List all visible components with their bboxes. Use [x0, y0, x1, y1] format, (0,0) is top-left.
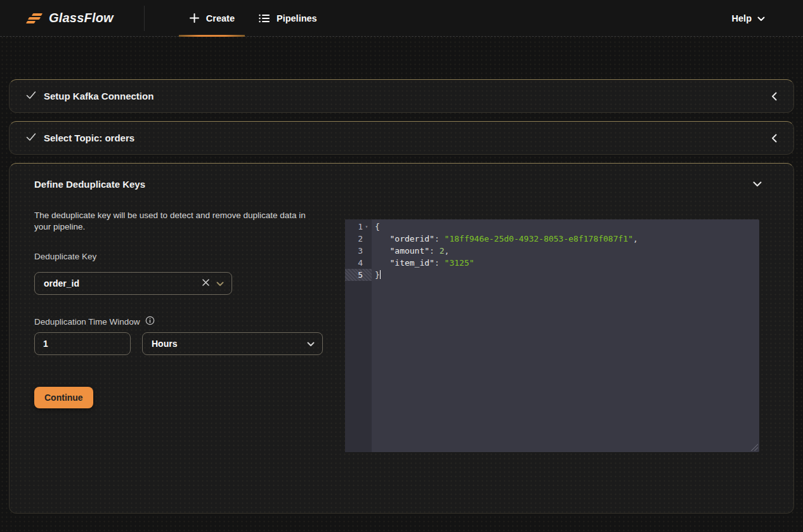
- step-define-dedup-keys: Define Deduplicate Keys The deduplicate …: [9, 163, 794, 514]
- dedup-key-value: order_id: [44, 278, 79, 289]
- main-content: Setup Kafka Connection Select Topic: ord…: [0, 37, 803, 514]
- time-window-unit-select[interactable]: Hours: [142, 332, 323, 355]
- nav-tabs: Create Pipelines: [189, 0, 317, 37]
- chevron-left-icon[interactable]: [771, 92, 777, 101]
- editor-code[interactable]: { "orderid": "18ff946e-25d0-4932-8053-e8…: [372, 219, 759, 452]
- fold-toggle-icon[interactable]: ▾: [363, 221, 370, 233]
- plus-icon: [189, 13, 200, 23]
- dedup-form: The deduplicate key will be used to dete…: [34, 204, 324, 452]
- chevron-down-icon[interactable]: [307, 338, 315, 349]
- glassflow-logo-icon: [27, 13, 43, 24]
- code-line: {: [375, 221, 759, 233]
- step-select-topic[interactable]: Select Topic: orders: [9, 121, 794, 155]
- code-line: "item_id": "3125": [375, 257, 759, 269]
- pipelines-list-icon: [259, 13, 270, 23]
- brand-logo[interactable]: GlassFlow: [27, 11, 114, 25]
- step-topic-title: Select Topic: orders: [44, 133, 134, 143]
- check-icon: [26, 91, 36, 102]
- time-window-row: Hours: [34, 332, 324, 355]
- chevron-down-icon[interactable]: [753, 181, 762, 187]
- time-window-label: Deduplication Time Window: [34, 317, 140, 327]
- tab-pipelines[interactable]: Pipelines: [259, 0, 317, 37]
- dedup-panel-title: Define Deduplicate Keys: [34, 179, 145, 190]
- brand-name: GlassFlow: [49, 11, 114, 25]
- time-window-label-row: Deduplication Time Window: [34, 316, 324, 327]
- check-icon: [26, 133, 36, 144]
- time-window-value-input[interactable]: [34, 332, 131, 355]
- text-cursor: [380, 270, 381, 279]
- editor-resize-grip[interactable]: [751, 444, 758, 451]
- nav-divider: [144, 6, 145, 31]
- help-menu[interactable]: Help: [732, 13, 765, 23]
- gutter-line: 3: [345, 245, 372, 257]
- info-icon[interactable]: [145, 316, 155, 327]
- dedup-key-label: Deduplicate Key: [34, 252, 324, 261]
- gutter-line: 5: [345, 269, 372, 281]
- gutter-line: 2: [345, 233, 372, 245]
- gutter-line: 1▾: [345, 221, 372, 233]
- continue-button[interactable]: Continue: [34, 387, 93, 408]
- step-kafka-connection[interactable]: Setup Kafka Connection: [9, 79, 794, 113]
- dedup-description: The deduplicate key will be used to dete…: [34, 210, 320, 233]
- dedup-panel-body: The deduplicate key will be used to dete…: [10, 204, 793, 452]
- chevron-left-icon[interactable]: [771, 134, 777, 143]
- dedup-key-select[interactable]: order_id: [34, 272, 232, 295]
- gutter-line: 4: [345, 257, 372, 269]
- chevron-down-icon[interactable]: [216, 278, 224, 289]
- chevron-down-icon: [757, 13, 765, 23]
- top-navbar: GlassFlow Create Pipelines Help: [0, 0, 803, 37]
- json-sample-editor[interactable]: 1▾2345 { "orderid": "18ff946e-25d0-4932-…: [345, 219, 759, 452]
- dedup-panel-header[interactable]: Define Deduplicate Keys: [10, 164, 793, 204]
- clear-x-icon[interactable]: [202, 278, 210, 289]
- help-label: Help: [732, 13, 752, 23]
- editor-gutter: 1▾2345: [345, 219, 372, 452]
- code-line: "amount": 2,: [375, 245, 759, 257]
- tab-create-label: Create: [206, 13, 235, 23]
- code-line: "orderid": "18ff946e-25d0-4932-8053-e8f1…: [375, 233, 759, 245]
- tab-pipelines-label: Pipelines: [277, 13, 317, 23]
- code-line: }: [375, 269, 759, 281]
- time-window-unit-value: Hours: [152, 339, 177, 349]
- step-kafka-title: Setup Kafka Connection: [44, 91, 153, 101]
- tab-create[interactable]: Create: [189, 0, 235, 37]
